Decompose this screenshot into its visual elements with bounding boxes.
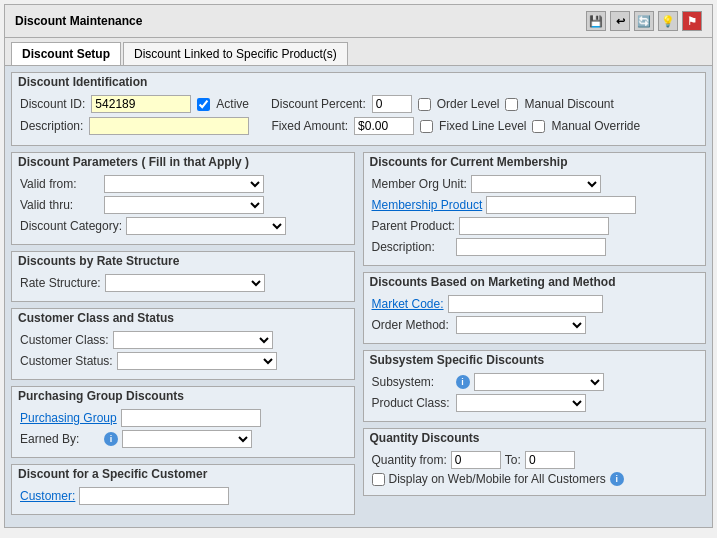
save-icon[interactable]: 💾 [586,11,606,31]
customer-class-select[interactable] [113,331,273,349]
fixed-line-level-checkbox[interactable] [420,120,433,133]
parent-product-row: Parent Product: [372,217,698,235]
rate-structure-select[interactable] [105,274,265,292]
discount-id-input[interactable] [91,95,191,113]
customer-status-label: Customer Status: [20,354,113,368]
display-web-label: Display on Web/Mobile for All Customers [389,472,606,486]
membership-product-row: Membership Product [372,196,698,214]
order-level-label: Order Level [437,97,500,111]
parent-product-label: Parent Product: [372,219,455,233]
flag-icon[interactable]: ⚑ [682,11,702,31]
discount-percent-input[interactable] [372,95,412,113]
membership-product-input[interactable] [486,196,636,214]
discount-id-label: Discount ID: [20,97,85,111]
manual-override-checkbox[interactable] [532,120,545,133]
order-level-checkbox[interactable] [418,98,431,111]
marketing-method-title: Discounts Based on Marketing and Method [364,273,706,291]
tab-discount-setup[interactable]: Discount Setup [11,42,121,65]
display-web-info-icon[interactable]: i [610,472,624,486]
two-col-layout: Discount Parameters ( Fill in that Apply… [11,152,706,521]
specific-customer-title: Discount for a Specific Customer [12,465,354,483]
subsystem-label: Subsystem: [372,375,452,389]
discount-parameters-title: Discount Parameters ( Fill in that Apply… [12,153,354,171]
product-class-row: Product Class: [372,394,698,412]
market-code-input[interactable] [448,295,603,313]
rate-structure-title: Discounts by Rate Structure [12,252,354,270]
earned-by-row: Earned By: i [20,430,346,448]
marketing-method-section: Discounts Based on Marketing and Method … [363,272,707,344]
valid-from-select[interactable] [104,175,264,193]
market-code-row: Market Code: [372,295,698,313]
description-label: Description: [20,119,83,133]
order-method-label: Order Method: [372,318,452,332]
manual-discount-label: Manual Discount [524,97,613,111]
membership-product-link[interactable]: Membership Product [372,198,483,212]
member-org-unit-row: Member Org Unit: [372,175,698,193]
discount-category-select[interactable] [126,217,286,235]
quantity-from-label: Quantity from: [372,453,447,467]
rate-structure-label: Rate Structure: [20,276,101,290]
discount-percent-label: Discount Percent: [271,97,366,111]
earned-by-select[interactable] [122,430,252,448]
fixed-amount-label: Fixed Amount: [271,119,348,133]
earned-by-info-icon[interactable]: i [104,432,118,446]
market-code-link[interactable]: Market Code: [372,297,444,311]
current-membership-title: Discounts for Current Membership [364,153,706,171]
title-bar: Discount Maintenance 💾 ↩ 🔄 💡 ⚑ [5,5,712,38]
rate-structure-row: Rate Structure: [20,274,346,292]
description-input[interactable] [89,117,249,135]
discount-category-row: Discount Category: [20,217,346,235]
quantity-to-input[interactable] [525,451,575,469]
customer-link[interactable]: Customer: [20,489,75,503]
customer-row: Customer: [20,487,346,505]
customer-status-row: Customer Status: [20,352,346,370]
valid-from-label: Valid from: [20,177,100,191]
parent-product-input[interactable] [459,217,609,235]
subsystem-select[interactable] [474,373,604,391]
manual-discount-checkbox[interactable] [505,98,518,111]
purchasing-group-link[interactable]: Purchasing Group [20,411,117,425]
fixed-amount-input[interactable] [354,117,414,135]
lightbulb-icon[interactable]: 💡 [658,11,678,31]
quantity-from-input[interactable] [451,451,501,469]
earned-by-label: Earned By: [20,432,100,446]
manual-override-label: Manual Override [551,119,640,133]
discount-identification-section: Discount Identification Discount ID: Act… [11,72,706,146]
specific-customer-section: Discount for a Specific Customer Custome… [11,464,355,515]
valid-thru-row: Valid thru: [20,196,346,214]
customer-class-row: Customer Class: [20,331,346,349]
refresh-icon[interactable]: 🔄 [634,11,654,31]
discount-parameters-section: Discount Parameters ( Fill in that Apply… [11,152,355,245]
customer-status-select[interactable] [117,352,277,370]
product-class-select[interactable] [456,394,586,412]
quantity-discounts-title: Quantity Discounts [364,429,706,447]
quantity-range-row: Quantity from: To: [372,451,698,469]
fixed-line-level-label: Fixed Line Level [439,119,526,133]
membership-description-input[interactable] [456,238,606,256]
tab-bar: Discount Setup Discount Linked to Specif… [5,38,712,66]
active-label: Active [216,97,249,111]
order-method-select[interactable] [456,316,586,334]
member-org-unit-label: Member Org Unit: [372,177,467,191]
member-org-unit-select[interactable] [471,175,601,193]
tab-discount-linked[interactable]: Discount Linked to Specific Product(s) [123,42,348,65]
display-web-row: Display on Web/Mobile for All Customers … [372,472,698,486]
discount-category-label: Discount Category: [20,219,122,233]
customer-class-section: Customer Class and Status Customer Class… [11,308,355,380]
customer-class-label: Customer Class: [20,333,109,347]
subsystem-row: Subsystem: i [372,373,698,391]
purchasing-group-input[interactable] [121,409,261,427]
customer-input[interactable] [79,487,229,505]
display-web-checkbox[interactable] [372,473,385,486]
rate-structure-section: Discounts by Rate Structure Rate Structu… [11,251,355,302]
page-title: Discount Maintenance [15,14,142,28]
subsystem-info-icon[interactable]: i [456,375,470,389]
description-row: Description: Fixed Amount: Fixed Line Le… [20,117,697,135]
active-checkbox[interactable] [197,98,210,111]
content-area: Discount Identification Discount ID: Act… [5,66,712,527]
discount-id-row: Discount ID: Active Discount Percent: Or… [20,95,697,113]
quantity-discounts-section: Quantity Discounts Quantity from: To: Di… [363,428,707,496]
valid-thru-select[interactable] [104,196,264,214]
valid-from-row: Valid from: [20,175,346,193]
reload-icon[interactable]: ↩ [610,11,630,31]
